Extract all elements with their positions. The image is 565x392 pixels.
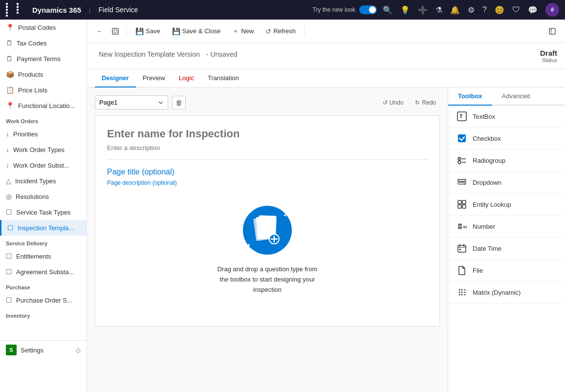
sidebar-item-label: Functional Locatio... <box>18 102 75 109</box>
toolbox-tab-advanced[interactable]: Advanced <box>492 87 540 106</box>
page-title-placeholder[interactable]: Page title (optional) <box>107 168 428 176</box>
toolbox-item-radiogroup[interactable]: Radiogroup <box>448 150 565 172</box>
sidebar-item-products[interactable]: 📦 Products <box>0 66 87 82</box>
brand-name[interactable]: Dynamics 365 <box>32 6 81 14</box>
entity-lookup-label: Entity Lookup <box>473 201 511 208</box>
try-new-look-toggle[interactable]: Try the new look <box>313 5 377 14</box>
svg-point-35 <box>461 289 463 291</box>
inspection-desc-input[interactable] <box>107 144 428 152</box>
sidebar-item-label: Entitlements <box>16 253 51 260</box>
back-button[interactable]: ← <box>93 24 107 38</box>
toolbox-tab-bar: Toolbox Advanced <box>448 87 565 106</box>
tab-preview[interactable]: Preview <box>136 69 172 87</box>
forward-button[interactable] <box>109 24 122 38</box>
main-content: ← 💾 Save 💾 Save & Close ＋ New ↺ Refresh <box>87 20 565 392</box>
help-icon[interactable]: ? <box>482 5 487 14</box>
save-close-button[interactable]: 💾 Save & Close <box>167 24 226 38</box>
shield-icon[interactable]: 🛡 <box>512 5 520 14</box>
refresh-button[interactable]: ↺ Refresh <box>261 24 301 38</box>
checkbox-label: Checkbox <box>473 135 501 142</box>
save-icon: 💾 <box>135 27 144 35</box>
status-label: Status <box>540 57 557 63</box>
toolbox-tab-toolbox[interactable]: Toolbox <box>448 87 492 106</box>
agreement-subst-icon: ☐ <box>6 268 12 276</box>
sidebar-item-settings[interactable]: S Settings ◇ <box>0 340 87 359</box>
sidebar-section-service-delivery: Service Delivery <box>0 236 87 248</box>
postal-codes-icon: 📍 <box>6 23 14 31</box>
designer-area: Page1 🗑 ↺ Undo ↻ Redo <box>87 87 565 392</box>
toolbox-item-textbox[interactable]: T TextBox <box>448 106 565 128</box>
toolbox-item-datetime[interactable]: Date Time <box>448 238 565 260</box>
tab-translation[interactable]: Translation <box>201 69 246 87</box>
service-task-types-icon: ☐ <box>6 208 12 216</box>
app-name[interactable]: Field Service <box>98 6 138 14</box>
new-look-toggle-pill[interactable] <box>359 5 377 14</box>
svg-rect-0 <box>112 28 118 34</box>
toolbox-item-number[interactable]: 41 Number <box>448 216 565 238</box>
page-desc-placeholder[interactable]: Page description (optional) <box>107 179 428 186</box>
inspection-title-input[interactable] <box>107 128 428 140</box>
sidebar-item-service-task-types[interactable]: ☐ Service Task Types <box>0 204 87 220</box>
svg-rect-29 <box>458 245 466 252</box>
sidebar-item-payment-terms[interactable]: 🗒 Payment Terms <box>0 51 87 66</box>
app-grid-icon[interactable] <box>6 3 26 17</box>
sidebar-item-inspection-templates[interactable]: ☐ Inspection Templa... <box>0 220 87 236</box>
sidebar-item-label: Purchase Order S... <box>16 297 72 304</box>
toolbox-item-checkbox[interactable]: Checkbox <box>448 128 565 150</box>
sidebar-item-entitlements[interactable]: ☐ Entitlements <box>0 248 87 264</box>
sidebar-item-tax-codes[interactable]: 🗒 Tax Codes <box>0 35 87 51</box>
smiley-icon[interactable]: 😊 <box>495 5 504 15</box>
save-button[interactable]: 💾 Save <box>130 24 165 38</box>
settings-icon[interactable]: ⚙ <box>468 5 475 15</box>
bell-icon[interactable]: 🔔 <box>450 5 460 15</box>
sidebar-item-label: Incident Types <box>15 177 56 185</box>
toolbox-item-entity-lookup[interactable]: Entity Lookup <box>448 194 565 216</box>
tab-designer[interactable]: Designer <box>95 69 136 87</box>
svg-text:41: 41 <box>463 225 467 229</box>
sidebar-item-resolutions[interactable]: ◎ Resolutions <box>0 189 87 204</box>
price-lists-icon: 📋 <box>6 86 14 94</box>
svg-rect-20 <box>458 200 461 204</box>
sidebar-item-agreement-subst[interactable]: ☐ Agreement Substa... <box>0 264 87 280</box>
products-icon: 📦 <box>6 70 14 78</box>
redo-icon: ↻ <box>415 99 420 106</box>
delete-page-button[interactable]: 🗑 <box>172 96 186 109</box>
undo-button[interactable]: ↺ Undo <box>379 97 408 109</box>
tab-logic[interactable]: Logic <box>172 69 201 87</box>
settings-expand-icon[interactable]: ◇ <box>76 347 81 354</box>
svg-point-37 <box>459 292 460 293</box>
expand-button[interactable] <box>545 24 559 38</box>
paper-stack-svg <box>253 215 282 246</box>
file-icon <box>456 264 468 276</box>
new-button[interactable]: ＋ New <box>227 24 259 39</box>
svg-point-15 <box>458 161 461 164</box>
sidebar-item-work-order-types[interactable]: ↓ Work Order Types <box>0 142 87 157</box>
work-order-subst-icon: ↓ <box>6 161 9 169</box>
status-value: Draft <box>540 49 557 57</box>
new-icon: ＋ <box>232 27 239 36</box>
sidebar-item-price-lists[interactable]: 📋 Price Lists <box>0 82 87 98</box>
toolbox-panel: Toolbox Advanced T TextBox <box>448 87 565 392</box>
redo-button[interactable]: ↻ Redo <box>411 97 440 109</box>
page-selector[interactable]: Page1 <box>95 95 168 109</box>
search-icon[interactable]: 🔍 <box>383 5 392 15</box>
tax-codes-icon: 🗒 <box>6 39 13 47</box>
toolbox-item-dropdown[interactable]: Dropdown <box>448 172 565 194</box>
user-avatar[interactable]: # <box>545 3 559 17</box>
sidebar-item-work-order-subst[interactable]: ↓ Work Order Subst... <box>0 157 87 173</box>
sidebar-item-incident-types[interactable]: △ Incident Types <box>0 173 87 189</box>
toolbox-item-matrix[interactable]: Matrix (Dynamic) <box>448 282 565 304</box>
toolbox-item-file[interactable]: File <box>448 260 565 282</box>
sidebar-item-postal-codes[interactable]: 📍 Postal Codes <box>0 20 87 35</box>
chat-icon[interactable]: 💬 <box>528 5 538 15</box>
svg-rect-33 <box>459 249 461 250</box>
sidebar-item-priorities[interactable]: ↓ Priorities <box>0 126 87 142</box>
lightbulb-icon[interactable]: 💡 <box>400 5 410 15</box>
plus-icon[interactable]: ➕ <box>418 5 428 15</box>
sparkle-2: ✦ <box>283 213 287 218</box>
sidebar-item-label: Agreement Substa... <box>16 268 74 276</box>
sidebar-item-label: Work Order Subst... <box>13 162 69 169</box>
sidebar-item-functional-locations[interactable]: 📍 Functional Locatio... <box>0 98 87 113</box>
filter-icon[interactable]: ⚗ <box>435 5 442 15</box>
sidebar-item-purchase-order-s[interactable]: ☐ Purchase Order S... <box>0 292 87 308</box>
